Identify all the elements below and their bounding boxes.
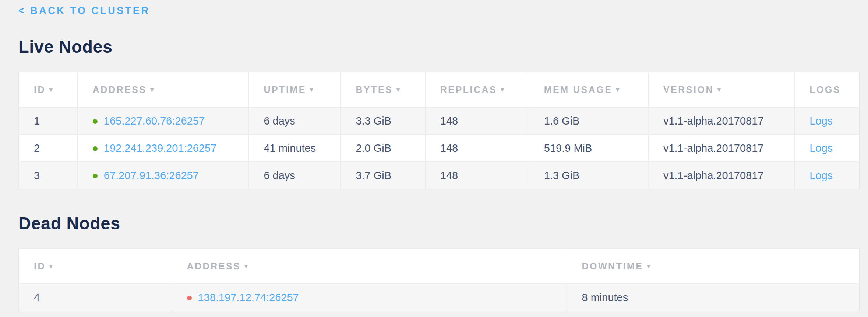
column-header-label: REPLICAS [440, 84, 497, 95]
cell-id: 3 [19, 162, 78, 189]
column-header-label: BYTES [356, 84, 393, 95]
cell-address: 67.207.91.36:26257 [78, 162, 249, 189]
sort-arrow-icon: ▾ [647, 262, 650, 270]
table-header-row: ID▾ADDRESS▾DOWNTIME▾ [19, 248, 859, 284]
column-header-label: UPTIME [264, 84, 306, 95]
dead-nodes-table: ID▾ADDRESS▾DOWNTIME▾4138.197.12.74:26257… [18, 248, 860, 311]
column-header-address[interactable]: ADDRESS▾ [78, 72, 249, 107]
cell-logs: Logs [794, 162, 859, 189]
column-header-uptime[interactable]: UPTIME▾ [248, 72, 341, 107]
cell-address: 192.241.239.201:26257 [78, 135, 249, 162]
cell-address: 165.227.60.76:26257 [78, 107, 249, 135]
cell-uptime: 6 days [248, 107, 341, 135]
sort-arrow-icon: ▾ [151, 86, 154, 94]
cell-id: 4 [19, 284, 172, 311]
column-header-replicas[interactable]: REPLICAS▾ [425, 72, 529, 107]
column-header-label: VERSION [663, 84, 714, 95]
sort-arrow-icon: ▾ [616, 86, 619, 94]
column-header-label: ADDRESS [93, 84, 147, 95]
cell-replicas: 148 [425, 162, 529, 189]
cell-id: 1 [19, 107, 78, 135]
cell-uptime: 6 days [248, 162, 341, 189]
cell-bytes: 3.3 GiB [341, 107, 425, 135]
table-row: 2192.241.239.201:2625741 minutes2.0 GiB1… [19, 135, 859, 162]
cell-mem_usage: 519.9 MiB [529, 135, 648, 162]
table-row: 4138.197.12.74:262578 minutes [19, 284, 859, 311]
table-row: 367.207.91.36:262576 days3.7 GiB1481.3 G… [19, 162, 859, 189]
column-header-mem_usage[interactable]: MEM USAGE▾ [529, 72, 648, 107]
back-to-cluster-link[interactable]: < BACK TO CLUSTER [18, 5, 150, 17]
column-header-label: ID [34, 84, 46, 95]
sort-arrow-icon: ▾ [310, 86, 313, 94]
live-nodes-title: Live Nodes [18, 36, 860, 57]
live-status-dot-icon [93, 146, 98, 151]
column-header-bytes[interactable]: BYTES▾ [341, 72, 425, 107]
sort-arrow-icon: ▾ [396, 86, 400, 94]
table-header-row: ID▾ADDRESS▾UPTIME▾BYTES▾REPLICAS▾MEM USA… [19, 72, 859, 107]
cell-bytes: 3.7 GiB [341, 162, 425, 189]
cell-replicas: 148 [425, 135, 529, 162]
sort-arrow-icon: ▾ [244, 262, 248, 270]
cell-uptime: 41 minutes [248, 135, 341, 162]
dead-nodes-title: Dead Nodes [18, 213, 860, 233]
column-header-label: ID [34, 261, 46, 271]
column-header-downtime[interactable]: DOWNTIME▾ [567, 248, 860, 284]
column-header-address[interactable]: ADDRESS▾ [172, 248, 567, 284]
column-header-label: ADDRESS [187, 261, 241, 271]
live-nodes-table: ID▾ADDRESS▾UPTIME▾BYTES▾REPLICAS▾MEM USA… [18, 72, 860, 189]
column-header-version[interactable]: VERSION▾ [648, 72, 794, 107]
cell-mem_usage: 1.3 GiB [529, 162, 648, 189]
column-header-label: DOWNTIME [582, 261, 643, 271]
logs-link[interactable]: Logs [809, 142, 833, 154]
cell-version: v1.1-alpha.20170817 [648, 135, 794, 162]
live-status-dot-icon [93, 119, 98, 124]
cell-mem_usage: 1.6 GiB [529, 107, 648, 135]
cell-logs: Logs [794, 135, 859, 162]
cell-version: v1.1-alpha.20170817 [648, 162, 794, 189]
column-header-id[interactable]: ID▾ [19, 248, 172, 284]
address-link[interactable]: 138.197.12.74:26257 [198, 292, 299, 303]
dead-status-dot-icon [187, 296, 192, 300]
cell-id: 2 [19, 135, 78, 162]
address-link[interactable]: 165.227.60.76:26257 [104, 115, 205, 127]
column-header-logs: LOGS [794, 72, 859, 107]
cell-address: 138.197.12.74:26257 [172, 284, 567, 311]
logs-link[interactable]: Logs [809, 170, 833, 181]
cell-bytes: 2.0 GiB [341, 135, 425, 162]
cell-version: v1.1-alpha.20170817 [648, 107, 794, 135]
sort-arrow-icon: ▾ [717, 86, 721, 94]
column-header-id[interactable]: ID▾ [19, 72, 78, 107]
sort-arrow-icon: ▾ [49, 86, 53, 94]
cell-downtime: 8 minutes [567, 284, 860, 311]
live-status-dot-icon [93, 174, 98, 178]
sort-arrow-icon: ▾ [501, 86, 504, 94]
logs-link[interactable]: Logs [809, 115, 833, 127]
column-header-label: LOGS [809, 84, 841, 95]
table-row: 1165.227.60.76:262576 days3.3 GiB1481.6 … [19, 107, 859, 135]
column-header-label: MEM USAGE [544, 84, 613, 95]
cell-replicas: 148 [425, 107, 529, 135]
nodes-page: < BACK TO CLUSTER Live Nodes ID▾ADDRESS▾… [0, 0, 868, 317]
address-link[interactable]: 67.207.91.36:26257 [104, 170, 199, 181]
address-link[interactable]: 192.241.239.201:26257 [104, 142, 216, 154]
sort-arrow-icon: ▾ [49, 262, 53, 270]
cell-logs: Logs [794, 107, 859, 135]
